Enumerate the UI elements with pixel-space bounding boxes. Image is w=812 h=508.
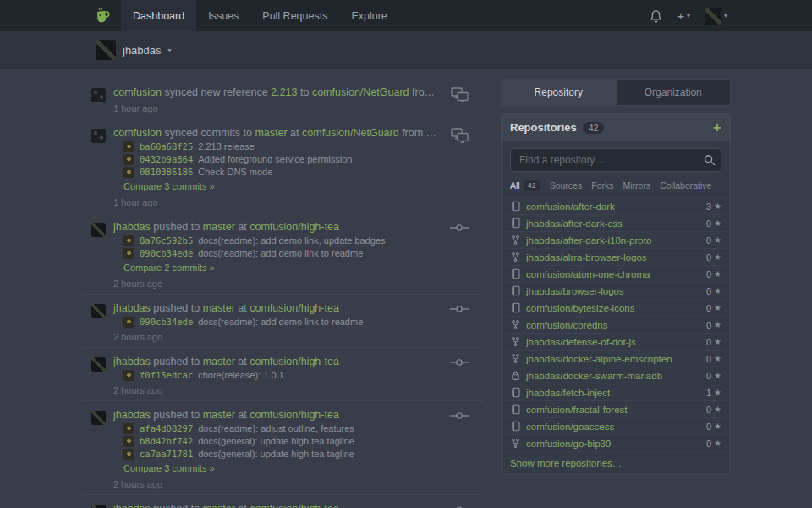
star-number: 0: [706, 269, 711, 279]
repo-row[interactable]: comfusion/goaccess 0★: [502, 417, 730, 434]
tab[interactable]: Repository: [501, 79, 617, 106]
feed-link[interactable]: master: [203, 221, 235, 233]
feed-link[interactable]: jhabdas: [113, 356, 151, 367]
avatar[interactable]: [91, 505, 106, 508]
compare-link[interactable]: Compare 3 commits »: [123, 463, 215, 473]
repo-row[interactable]: jhabdas/browser-logos 0★: [502, 282, 730, 299]
repo-row[interactable]: jhabdas/after-dark-css 0★: [502, 214, 730, 231]
star-count[interactable]: 0★: [706, 303, 721, 313]
star-count[interactable]: 0★: [706, 371, 721, 381]
feed-link[interactable]: jhabdas: [113, 503, 151, 508]
repo-book-icon: [510, 302, 521, 313]
feed-link[interactable]: comfusion/NetGuard: [302, 127, 399, 139]
feed-link[interactable]: master: [203, 302, 235, 314]
commit-sha-link[interactable]: f0f15edcac: [140, 370, 193, 381]
avatar[interactable]: [91, 88, 106, 102]
star-count[interactable]: 1★: [706, 388, 721, 398]
repo-filter-tabs: All42 Sources Forks Mirrors Collaborativ…: [502, 179, 730, 197]
feed-link[interactable]: comfusion/high-tea: [250, 409, 339, 421]
feed-link[interactable]: jhabdas: [113, 221, 151, 233]
feed-text: pushed to: [151, 503, 203, 508]
commit-sha-link[interactable]: 0432b9a864: [140, 154, 193, 165]
star-count[interactable]: 0★: [706, 252, 721, 262]
star-count[interactable]: 0★: [706, 422, 721, 432]
repo-row[interactable]: comfusion/after-dark 3★: [502, 197, 730, 214]
nav-item[interactable]: Pull Requests: [250, 0, 339, 31]
repo-filter[interactable]: Sources: [550, 180, 583, 190]
star-count[interactable]: 0★: [706, 286, 721, 296]
tab[interactable]: Organization: [617, 79, 732, 106]
commit-row: b8d42bf742 docs(general): update high te…: [123, 436, 484, 447]
notifications-button[interactable]: [650, 9, 662, 23]
repo-filter[interactable]: Mirrors: [623, 180, 650, 190]
commit-sha-link[interactable]: ca7aa71781: [140, 449, 193, 460]
feed-link[interactable]: comfusion/NetGuard: [312, 86, 409, 98]
star-count[interactable]: 0★: [706, 354, 721, 364]
repo-filter[interactable]: Forks: [591, 180, 613, 190]
feed-link[interactable]: comfusion/high-tea: [250, 503, 339, 508]
star-number: 0: [706, 422, 711, 432]
fork-icon: [510, 251, 521, 262]
avatar[interactable]: [91, 223, 106, 237]
show-more-link[interactable]: Show more repositories…: [502, 451, 730, 474]
create-menu-button[interactable]: + ▾: [677, 9, 690, 22]
compare-link[interactable]: Compare 2 commits »: [123, 262, 215, 273]
user-menu-button[interactable]: ▾: [705, 8, 727, 25]
context-user-dropdown[interactable]: jhabdas: [123, 44, 162, 57]
star-count[interactable]: 0★: [706, 337, 721, 347]
commit-sha-link[interactable]: b8d42bf742: [140, 436, 193, 447]
gitea-logo[interactable]: [86, 0, 121, 31]
repo-row[interactable]: jhabdas/docker-swarm-mariadb 0★: [502, 367, 730, 384]
repo-filter[interactable]: Collaborative: [660, 180, 711, 190]
repo-row[interactable]: jhabdas/defense-of-dot-js 0★: [502, 333, 730, 350]
add-repo-button[interactable]: +: [713, 122, 721, 134]
feed-link[interactable]: comfusion/high-tea: [250, 302, 339, 314]
feed-link[interactable]: master: [203, 409, 235, 421]
commit-sha-link[interactable]: 090cb34ede: [140, 248, 193, 259]
avatar[interactable]: [91, 129, 106, 143]
star-count[interactable]: 0★: [706, 269, 721, 279]
repo-row[interactable]: comfusion/coredns 0★: [502, 316, 730, 333]
repo-search-input[interactable]: [510, 148, 721, 172]
star-count[interactable]: 0★: [706, 235, 721, 246]
commit-sha-link[interactable]: 8a76c592b5: [140, 235, 193, 246]
commit-message: Added foreground service permission: [198, 154, 352, 165]
repo-filter[interactable]: All42: [510, 180, 540, 190]
repo-row[interactable]: comfusion/go-bip39 0★: [502, 434, 730, 451]
repo-row[interactable]: comfusion/bytesize-icons 0★: [502, 299, 730, 316]
repo-row[interactable]: comfusion/atom-one-chroma 0★: [502, 265, 730, 282]
repo-row[interactable]: comfusion/fractal-forest 0★: [502, 400, 730, 417]
star-count[interactable]: 0★: [706, 218, 721, 229]
avatar[interactable]: [91, 411, 106, 425]
commit-sha-link[interactable]: 0810386186: [140, 167, 193, 178]
avatar[interactable]: [91, 357, 106, 372]
star-count[interactable]: 0★: [706, 320, 721, 330]
feed-link[interactable]: comfusion/high-tea: [250, 221, 339, 233]
nav-item[interactable]: Dashboard: [121, 0, 196, 31]
star-count[interactable]: 3★: [706, 202, 721, 212]
feed-link[interactable]: master: [203, 503, 235, 508]
repo-row[interactable]: jhabdas/fetch-inject 1★: [502, 384, 730, 400]
nav-item[interactable]: Issues: [196, 0, 250, 31]
commit-sha-link[interactable]: ba60a68f25: [140, 141, 193, 152]
repo-name: comfusion/coredns: [526, 320, 701, 330]
nav-item[interactable]: Explore: [339, 0, 398, 31]
feed-link[interactable]: master: [255, 127, 287, 139]
feed-link[interactable]: jhabdas: [113, 409, 151, 421]
feed-title: jhabdas pushed to master at comfusion/hi…: [113, 355, 484, 368]
star-count[interactable]: 0★: [706, 439, 721, 449]
avatar[interactable]: [91, 304, 106, 318]
feed-link[interactable]: master: [203, 356, 235, 367]
commit-sha-link[interactable]: 090cb34ede: [140, 317, 193, 328]
star-count[interactable]: 0★: [706, 405, 721, 415]
repo-row[interactable]: jhabdas/alrra-browser-logos 0★: [502, 248, 730, 265]
feed-link[interactable]: comfusion/high-tea: [250, 356, 339, 367]
feed-link[interactable]: jhabdas: [113, 302, 151, 314]
repo-row[interactable]: jhabdas/after-dark-i18n-proto 0★: [502, 231, 730, 248]
feed-link[interactable]: comfusion: [113, 86, 162, 98]
repo-row[interactable]: jhabdas/docker-alpine-emscripten 0★: [502, 350, 730, 367]
feed-link[interactable]: comfusion: [113, 127, 162, 139]
feed-link[interactable]: 2.213: [271, 86, 297, 98]
compare-link[interactable]: Compare 3 commits »: [123, 181, 215, 191]
commit-sha-link[interactable]: afa4d08297: [140, 423, 193, 434]
